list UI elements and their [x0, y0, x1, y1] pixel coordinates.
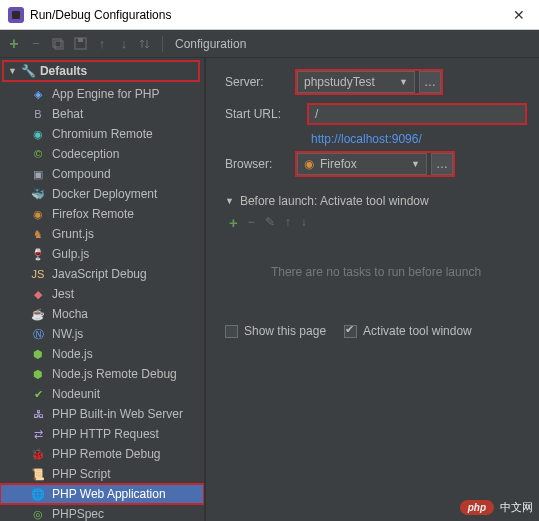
tree-label: Grunt.js [52, 227, 94, 241]
server-row: Server: phpstudyTest ▼ … [225, 70, 527, 94]
task-up-icon[interactable]: ↑ [285, 215, 291, 229]
before-launch-toolbar: + − ✎ ↑ ↓ [225, 212, 527, 232]
remove-task-icon[interactable]: − [248, 215, 255, 229]
start-url-row: Start URL: / [225, 102, 527, 126]
tree-item-jest[interactable]: ◆Jest [0, 284, 204, 304]
tree-item-phpspec[interactable]: ◎PHPSpec [0, 504, 204, 521]
svg-rect-2 [53, 39, 61, 47]
tree-item-php-http[interactable]: ⇄PHP HTTP Request [0, 424, 204, 444]
tree-item-mocha[interactable]: ☕Mocha [0, 304, 204, 324]
php-remote-icon: 🐞 [30, 446, 46, 462]
php-http-icon: ⇄ [30, 426, 46, 442]
before-launch-title: Before launch: Activate tool window [240, 194, 429, 208]
add-icon[interactable]: + [6, 36, 22, 52]
before-launch-header[interactable]: ▼ Before launch: Activate tool window [225, 194, 527, 208]
php-script-icon: 📜 [30, 466, 46, 482]
node-remote-icon: ⬢ [30, 366, 46, 382]
sort-icon[interactable] [138, 36, 154, 52]
codeception-icon: © [30, 146, 46, 162]
wrench-icon: 🔧 [21, 64, 36, 78]
task-down-icon[interactable]: ↓ [301, 215, 307, 229]
behat-icon: B [30, 106, 46, 122]
activate-tool-window-checkbox[interactable]: Activate tool window [344, 324, 472, 338]
collapse-triangle-icon: ▼ [225, 196, 234, 206]
before-launch-section: ▼ Before launch: Activate tool window + … [225, 194, 527, 338]
browser-label: Browser: [225, 157, 295, 171]
tree-item-compound[interactable]: ▣Compound [0, 164, 204, 184]
main-area: ▼ 🔧 Defaults ◈App Engine for PHP BBehat … [0, 58, 539, 521]
tree-label: Firefox Remote [52, 207, 134, 221]
add-task-icon[interactable]: + [229, 214, 238, 231]
defaults-label: Defaults [40, 64, 87, 78]
copy-icon[interactable] [50, 36, 66, 52]
save-icon[interactable] [72, 36, 88, 52]
tree-item-php-web-app[interactable]: 🌐PHP Web Application [0, 484, 204, 504]
php-web-icon: 🌐 [30, 486, 46, 502]
nodeunit-icon: ✔ [30, 386, 46, 402]
server-select[interactable]: phpstudyTest ▼ [297, 71, 415, 93]
tree-item-behat[interactable]: BBehat [0, 104, 204, 124]
tree-item-php-remote[interactable]: 🐞PHP Remote Debug [0, 444, 204, 464]
tree-label: PHP Remote Debug [52, 447, 161, 461]
tree-label: Gulp.js [52, 247, 89, 261]
tree-item-chromium[interactable]: ◉Chromium Remote [0, 124, 204, 144]
tree-item-nodejs[interactable]: ⬢Node.js [0, 344, 204, 364]
gulp-icon: 🍷 [30, 246, 46, 262]
node-icon: ⬢ [30, 346, 46, 362]
tree-item-firefox[interactable]: ◉Firefox Remote [0, 204, 204, 224]
tree-item-jsdebug[interactable]: JSJavaScript Debug [0, 264, 204, 284]
browser-ellipsis-button[interactable]: … [431, 153, 453, 175]
config-toolbar: + − ↑ ↓ Configuration [0, 30, 539, 58]
php-server-icon: 🖧 [30, 406, 46, 422]
start-url-value: / [315, 107, 318, 121]
tree-label: PHP HTTP Request [52, 427, 159, 441]
tree-label: Nodeunit [52, 387, 100, 401]
tree-item-codeception[interactable]: ©Codeception [0, 144, 204, 164]
tree-item-php-script[interactable]: 📜PHP Script [0, 464, 204, 484]
config-tree: ◈App Engine for PHP BBehat ◉Chromium Rem… [0, 84, 204, 521]
tree-item-gulp[interactable]: 🍷Gulp.js [0, 244, 204, 264]
activate-tool-window-label: Activate tool window [363, 324, 472, 338]
remove-icon[interactable]: − [28, 36, 44, 52]
watermark-text: 中文网 [500, 500, 533, 515]
firefox-icon: ◉ [30, 206, 46, 222]
browser-row: Browser: ◉ Firefox ▼ … [225, 152, 527, 176]
docker-icon: 🐳 [30, 186, 46, 202]
tree-item-php-builtin[interactable]: 🖧PHP Built-in Web Server [0, 404, 204, 424]
tree-label: Chromium Remote [52, 127, 153, 141]
move-down-icon[interactable]: ↓ [116, 36, 132, 52]
watermark: php 中文网 [460, 500, 533, 515]
edit-task-icon[interactable]: ✎ [265, 215, 275, 229]
chromium-icon: ◉ [30, 126, 46, 142]
grunt-icon: ♞ [30, 226, 46, 242]
show-this-page-label: Show this page [244, 324, 326, 338]
mocha-icon: ☕ [30, 306, 46, 322]
tree-item-nwjs[interactable]: ⓃNW.js [0, 324, 204, 344]
resolved-url-link[interactable]: http://localhost:9096/ [311, 132, 422, 146]
tree-label: PHPSpec [52, 507, 104, 521]
tree-item-docker[interactable]: 🐳Docker Deployment [0, 184, 204, 204]
firefox-small-icon: ◉ [304, 157, 314, 171]
right-panel: Server: phpstudyTest ▼ … Start URL: / ht… [211, 58, 539, 521]
watermark-bubble: php [460, 500, 494, 515]
tree-item-nodeunit[interactable]: ✔Nodeunit [0, 384, 204, 404]
defaults-header[interactable]: ▼ 🔧 Defaults [2, 60, 200, 82]
tree-item-app-engine[interactable]: ◈App Engine for PHP [0, 84, 204, 104]
toolbar-separator [162, 36, 163, 52]
jest-icon: ◆ [30, 286, 46, 302]
tree-item-grunt[interactable]: ♞Grunt.js [0, 224, 204, 244]
checkbox-checked-icon [344, 325, 357, 338]
js-icon: JS [30, 266, 46, 282]
tree-label: Mocha [52, 307, 88, 321]
close-icon[interactable]: ✕ [507, 7, 531, 23]
show-this-page-checkbox[interactable]: Show this page [225, 324, 326, 338]
tree-item-nodejs-remote[interactable]: ⬢Node.js Remote Debug [0, 364, 204, 384]
tree-label: App Engine for PHP [52, 87, 159, 101]
empty-tasks-text: There are no tasks to run before launch [271, 265, 481, 279]
window-title: Run/Debug Configurations [30, 8, 507, 22]
move-up-icon[interactable]: ↑ [94, 36, 110, 52]
server-ellipsis-button[interactable]: … [419, 71, 441, 93]
tree-label: Jest [52, 287, 74, 301]
browser-select[interactable]: ◉ Firefox ▼ [297, 153, 427, 175]
start-url-input[interactable]: / [307, 103, 527, 125]
